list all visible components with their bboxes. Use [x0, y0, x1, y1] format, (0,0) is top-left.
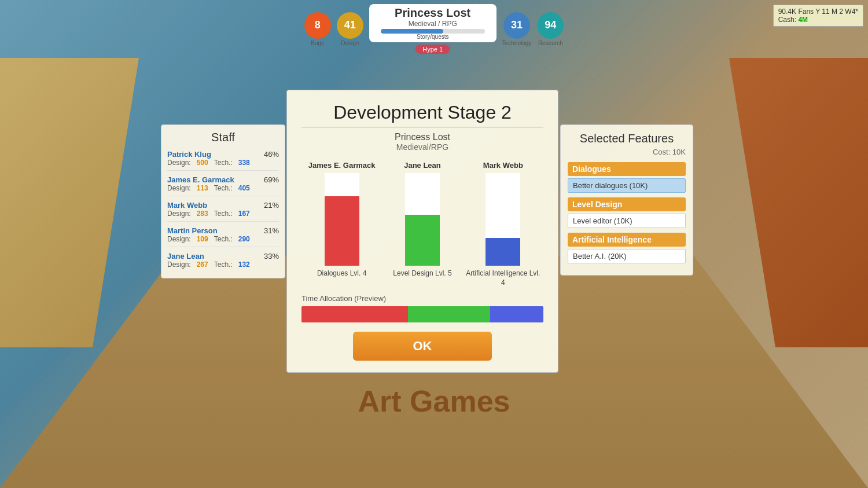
worker-bar-1 [405, 173, 440, 266]
worker-bar-empty-top-1 [405, 173, 440, 182]
staff-tech-val-2: 167 [238, 210, 250, 218]
worker-bar-2 [486, 173, 520, 266]
feature-category-1: Level Design [568, 197, 686, 211]
hud-cash-label: Cash: [778, 16, 796, 24]
hud-cash-value: 4M [798, 16, 808, 24]
feature-category-2: Artificial Intelligence [568, 233, 686, 247]
staff-panel: Staff Patrick Klug 46% Design: 500 Tech.… [161, 124, 285, 278]
staff-row-0: Patrick Klug 46% Design: 500 Tech.: 338 [167, 150, 279, 171]
staff-design-val-1: 113 [197, 184, 208, 192]
dev-game-genre: Medieval/RPG [301, 142, 543, 152]
staff-pct-2: 21% [264, 201, 279, 210]
worker-col-1: Jane Lean Level Design Lvl. 5 [385, 161, 460, 287]
hud-panel: 90.4K Fans Y 11 M 2 W4* Cash: 4M [773, 5, 863, 27]
staff-pct-1: 69% [264, 175, 279, 184]
research-label: Research [538, 40, 563, 46]
worker-label-2: Artificial Intelligence Lvl. 4 [465, 269, 540, 287]
features-title: Selected Features [568, 132, 686, 145]
worker-bar-fill-0 [325, 196, 359, 266]
progress-fill [381, 29, 443, 34]
research-badge-wrapper: 94 Research [537, 12, 564, 46]
staff-tech-label-0: Tech.: [214, 159, 233, 167]
game-genre: Medieval / RPG [381, 20, 485, 28]
worker-bar-gap-1 [405, 182, 440, 215]
staff-row-3: Martin Person 31% Design: 109 Tech.: 290 [167, 226, 279, 247]
dev-dialog-divider [301, 127, 543, 127]
features-panel: Selected Features Cost: 10K Dialogues Be… [560, 124, 693, 276]
game-title-section: Princess Lost Medieval / RPG Story/quest… [369, 4, 496, 54]
worker-label-1: Level Design Lvl. 5 [385, 269, 460, 278]
staff-tech-val-1: 405 [238, 184, 250, 192]
worker-bar-empty-2 [486, 173, 520, 238]
worker-bar-empty-0 [325, 173, 359, 196]
top-bar: 8 Bugs 41 Design Princess Lost Medieval … [0, 0, 868, 58]
dev-dialog: Development Stage 2 Princess Lost Mediev… [286, 90, 558, 373]
game-title: Princess Lost [381, 6, 485, 20]
hud-fans: 90.4K Fans Y 11 M 2 W4* [778, 8, 858, 16]
design-label: Design [341, 40, 359, 46]
staff-pct-0: 46% [264, 150, 279, 159]
staff-design-label-0: Design: [167, 159, 191, 167]
features-cost: Cost: 10K [568, 148, 686, 156]
worker-bar-0 [325, 173, 359, 266]
dev-dialog-title: Development Stage 2 [301, 102, 543, 123]
worker-col-2: Mark Webb Artificial Intelligence Lvl. 4 [465, 161, 540, 287]
ok-button[interactable]: OK [353, 332, 492, 361]
feature-item-1-0[interactable]: Level editor (10K) [568, 214, 686, 228]
staff-name-0: Patrick Klug [167, 150, 211, 159]
staff-pct-4: 33% [264, 252, 279, 260]
worker-name-1: Jane Lean [385, 161, 460, 170]
staff-name-1: James E. Garmack [167, 175, 234, 184]
worker-bar-fill-2 [486, 238, 520, 266]
staff-tech-val-0: 338 [238, 159, 250, 167]
staff-name-3: Martin Person [167, 226, 218, 235]
bugs-badge-wrapper: 8 Bugs [304, 12, 331, 46]
staff-design-val-3: 109 [197, 235, 208, 243]
time-seg-red [301, 306, 408, 322]
staff-title: Staff [167, 131, 279, 144]
staff-row-1: James E. Garmack 69% Design: 113 Tech.: … [167, 175, 279, 196]
progress-bg [381, 29, 485, 34]
staff-row-2: Mark Webb 21% Design: 283 Tech.: 167 [167, 201, 279, 222]
staff-name-4: Jane Lean [167, 252, 204, 260]
technology-section: 31 Technology [502, 12, 532, 46]
worker-label-0: Dialogues Lvl. 4 [304, 269, 380, 278]
worker-col-0: James E. Garmack Dialogues Lvl. 4 [304, 161, 380, 287]
feature-category-0: Dialogues [568, 162, 686, 176]
feature-item-2-0[interactable]: Better A.I. (20K) [568, 249, 686, 263]
staff-allocation: James E. Garmack Dialogues Lvl. 4 Jane L… [301, 161, 543, 287]
time-alloc-label: Time Allocation (Preview) [301, 294, 543, 303]
staff-design-val-0: 500 [197, 159, 208, 167]
staff-name-2: Mark Webb [167, 201, 207, 210]
staff-pct-3: 31% [264, 226, 279, 235]
design-badge: 41 [337, 12, 363, 39]
time-seg-green [408, 306, 490, 322]
time-seg-blue [490, 306, 543, 322]
bugs-badge: 8 [304, 12, 331, 39]
technology-label: Technology [502, 40, 532, 46]
bugs-label: Bugs [311, 40, 324, 46]
worker-name-0: James E. Garmack [304, 161, 380, 170]
worker-name-2: Mark Webb [465, 161, 540, 170]
game-title-box: Princess Lost Medieval / RPG Story/quest… [369, 4, 496, 42]
staff-row-4: Jane Lean 33% Design: 267 Tech.: 132 [167, 252, 279, 272]
progress-container: Story/quests [381, 29, 485, 40]
technology-badge: 31 [503, 12, 530, 39]
time-alloc-bar [301, 306, 543, 322]
hud-cash-row: Cash: 4M [778, 16, 858, 24]
research-badge: 94 [537, 12, 564, 39]
staff-tech-val-3: 290 [238, 235, 250, 243]
staff-design-val-2: 283 [197, 210, 208, 218]
staff-design-val-4: 267 [197, 260, 208, 269]
worker-bar-fill-1 [405, 215, 440, 266]
feature-item-0-0[interactable]: Better dialogues (10K) [568, 178, 686, 193]
design-section: 41 Design [337, 12, 363, 46]
hype-label: Hype 1 [415, 45, 450, 54]
dev-game-name: Princess Lost [301, 132, 543, 142]
staff-tech-val-4: 132 [238, 260, 250, 269]
progress-label: Story/quests [381, 34, 485, 40]
